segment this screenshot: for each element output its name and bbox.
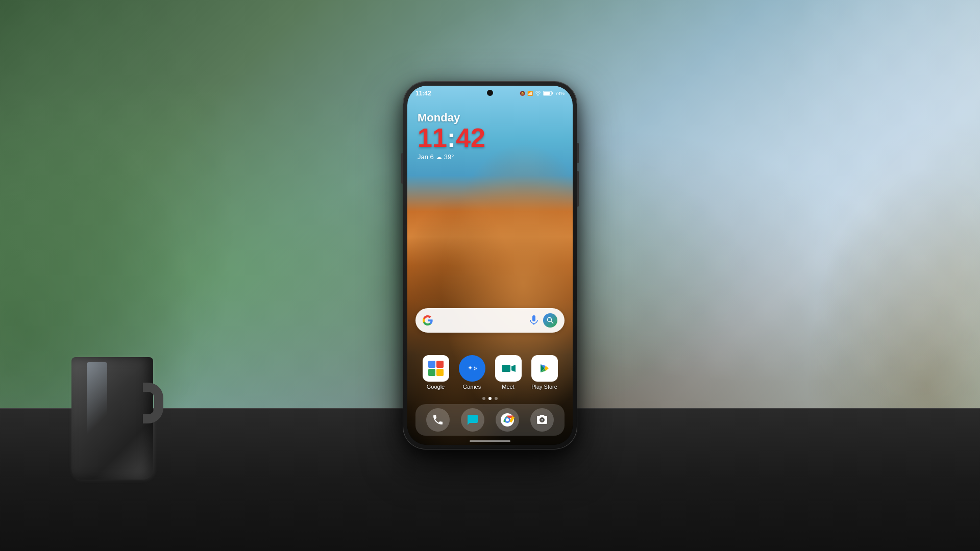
svg-marker-15 [511, 365, 516, 372]
weather-icon: ☁ [436, 154, 442, 161]
games-app-icon [459, 355, 485, 382]
app-meet[interactable]: Meet [493, 355, 524, 390]
volume-button-right[interactable] [577, 171, 579, 207]
svg-rect-9 [470, 366, 471, 369]
app-google[interactable]: Google [421, 355, 451, 390]
meet-app-icon [495, 355, 522, 382]
app-playstore-label: Play Store [531, 384, 557, 390]
temperature: 39° [444, 153, 454, 161]
clock-minutes: 42 [456, 123, 485, 153]
app-row: Google [418, 355, 562, 390]
app-grid: Google [407, 355, 573, 394]
clock-hours: 11 [418, 123, 447, 153]
svg-point-5 [548, 318, 552, 322]
page-dot-1[interactable] [482, 397, 485, 400]
page-indicator [407, 397, 573, 400]
home-indicator[interactable] [470, 440, 510, 442]
status-time: 11:42 [415, 90, 431, 97]
camera-notch [487, 90, 493, 96]
page-dot-2[interactable] [488, 397, 492, 400]
bluetooth-icon: 📶 [527, 91, 533, 96]
clock-date-text: Jan 6 [418, 153, 434, 161]
svg-point-10 [474, 367, 475, 368]
svg-rect-1 [552, 92, 553, 94]
phone-wrapper: 11:42 🔕 📶 74% [403, 82, 577, 449]
dock-app-chrome[interactable] [496, 408, 519, 432]
dock-app-phone[interactable] [426, 408, 450, 432]
svg-rect-14 [502, 365, 510, 372]
voice-search-button[interactable] [529, 315, 539, 325]
page-dot-3[interactable] [495, 397, 498, 400]
volume-button[interactable] [401, 153, 403, 184]
lens-search-button[interactable] [543, 313, 557, 328]
silent-icon: 🔕 [520, 91, 525, 96]
clock-colon: : [447, 123, 456, 153]
wifi-icon [535, 91, 541, 96]
google-app-icon [423, 355, 449, 382]
svg-line-6 [551, 321, 554, 324]
clock-date: Jan 6 ☁ 39° [418, 153, 485, 161]
status-icons: 🔕 📶 74% [520, 91, 565, 96]
app-games[interactable]: Games [457, 355, 487, 390]
battery-icon [543, 91, 553, 96]
app-games-label: Games [463, 384, 481, 390]
playstore-app-icon [531, 355, 558, 382]
svg-point-11 [475, 368, 477, 369]
svg-point-20 [506, 418, 509, 421]
svg-point-22 [542, 419, 543, 421]
dock-app-camera[interactable] [530, 408, 554, 432]
google-search-bar[interactable] [415, 308, 565, 333]
svg-rect-2 [544, 92, 550, 95]
battery-percentage: 74% [555, 91, 565, 96]
google-logo [423, 315, 433, 325]
phone-body: 11:42 🔕 📶 74% [403, 82, 577, 449]
dock-app-messages[interactable] [461, 408, 484, 432]
svg-rect-3 [532, 315, 535, 321]
svg-point-12 [474, 369, 475, 370]
dock [415, 404, 565, 436]
power-button[interactable] [577, 143, 579, 163]
clock-widget: Monday 11:42 Jan 6 ☁ 39° [418, 111, 485, 161]
app-meet-label: Meet [502, 384, 514, 390]
mug [61, 357, 163, 490]
app-playstore[interactable]: Play Store [529, 355, 560, 390]
phone-screen: 11:42 🔕 📶 74% [407, 86, 573, 445]
clock-time: 11:42 [418, 124, 485, 151]
app-google-label: Google [427, 384, 445, 390]
